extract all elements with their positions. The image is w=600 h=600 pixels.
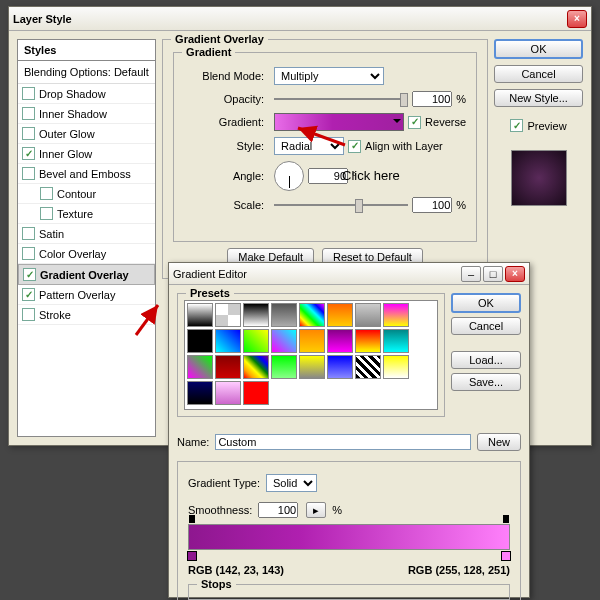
preset-swatch[interactable] bbox=[271, 355, 297, 379]
gradient-overlay-title: Gradient Overlay bbox=[171, 33, 268, 45]
preset-swatch[interactable] bbox=[327, 329, 353, 353]
style-item-inner-shadow[interactable]: ✓Inner Shadow bbox=[18, 104, 155, 124]
reverse-checkbox[interactable]: ✓ bbox=[408, 116, 421, 129]
rgb-left-annotation: RGB (142, 23, 143) bbox=[188, 564, 284, 576]
style-item-stroke[interactable]: ✓Stroke bbox=[18, 305, 155, 325]
preset-swatch[interactable] bbox=[383, 355, 409, 379]
preset-swatch[interactable] bbox=[187, 355, 213, 379]
ok-button[interactable]: OK bbox=[494, 39, 583, 59]
smoothness-value[interactable] bbox=[258, 502, 298, 518]
preset-swatch[interactable] bbox=[327, 355, 353, 379]
style-item-gradient-overlay[interactable]: ✓Gradient Overlay bbox=[18, 264, 155, 285]
preset-swatch[interactable] bbox=[243, 355, 269, 379]
blending-options[interactable]: Blending Options: Default bbox=[18, 61, 155, 84]
checkbox[interactable]: ✓ bbox=[22, 288, 35, 301]
opacity-stop[interactable] bbox=[189, 515, 195, 523]
style-item-outer-glow[interactable]: ✓Outer Glow bbox=[18, 124, 155, 144]
color-stop[interactable] bbox=[187, 551, 197, 561]
style-item-label: Inner Shadow bbox=[39, 108, 107, 120]
checkbox[interactable]: ✓ bbox=[23, 268, 36, 281]
style-item-color-overlay[interactable]: ✓Color Overlay bbox=[18, 244, 155, 264]
preview-checkbox[interactable]: ✓ bbox=[510, 119, 523, 132]
preset-swatch[interactable] bbox=[215, 303, 241, 327]
preset-swatch[interactable] bbox=[187, 381, 213, 405]
preset-swatch[interactable] bbox=[215, 329, 241, 353]
style-item-bevel-and-emboss[interactable]: ✓Bevel and Emboss bbox=[18, 164, 155, 184]
style-item-satin[interactable]: ✓Satin bbox=[18, 224, 155, 244]
align-checkbox[interactable]: ✓ bbox=[348, 140, 361, 153]
opacity-unit: % bbox=[456, 93, 466, 105]
style-select[interactable]: Radial bbox=[274, 137, 344, 155]
preset-swatch[interactable] bbox=[243, 303, 269, 327]
gradient-editor-titlebar[interactable]: Gradient Editor – □ × bbox=[169, 263, 529, 285]
preset-swatch[interactable] bbox=[355, 303, 381, 327]
gradient-type-select[interactable]: Solid bbox=[266, 474, 317, 492]
minimize-icon[interactable]: – bbox=[461, 266, 481, 282]
layer-style-titlebar[interactable]: Layer Style × bbox=[9, 7, 591, 31]
align-label: Align with Layer bbox=[365, 140, 443, 152]
opacity-slider[interactable] bbox=[274, 91, 408, 107]
preset-swatch[interactable] bbox=[299, 303, 325, 327]
preset-swatch[interactable] bbox=[327, 303, 353, 327]
preset-swatch[interactable] bbox=[383, 329, 409, 353]
checkbox[interactable]: ✓ bbox=[22, 87, 35, 100]
close-icon[interactable]: × bbox=[505, 266, 525, 282]
checkbox[interactable]: ✓ bbox=[22, 107, 35, 120]
ge-cancel-button[interactable]: Cancel bbox=[451, 317, 521, 335]
gradient-picker[interactable] bbox=[274, 113, 404, 131]
opacity-value[interactable] bbox=[412, 91, 452, 107]
preset-swatch[interactable] bbox=[299, 329, 325, 353]
blend-mode-select[interactable]: Multiply bbox=[274, 67, 384, 85]
gradient-bar[interactable] bbox=[188, 524, 510, 550]
gradient-label: Gradient: bbox=[184, 116, 264, 128]
preset-swatch[interactable] bbox=[187, 329, 213, 353]
preset-swatch[interactable] bbox=[243, 329, 269, 353]
checkbox[interactable]: ✓ bbox=[22, 227, 35, 240]
checkbox[interactable]: ✓ bbox=[22, 147, 35, 160]
style-item-texture[interactable]: ✓Texture bbox=[18, 204, 155, 224]
preset-swatch[interactable] bbox=[187, 303, 213, 327]
style-item-label: Stroke bbox=[39, 309, 71, 321]
cancel-button[interactable]: Cancel bbox=[494, 65, 583, 83]
ge-ok-button[interactable]: OK bbox=[451, 293, 521, 313]
scale-unit: % bbox=[456, 199, 466, 211]
new-style-button[interactable]: New Style... bbox=[494, 89, 583, 107]
checkbox[interactable]: ✓ bbox=[22, 247, 35, 260]
scale-value[interactable] bbox=[412, 197, 452, 213]
style-item-inner-glow[interactable]: ✓Inner Glow bbox=[18, 144, 155, 164]
preset-swatch[interactable] bbox=[271, 303, 297, 327]
style-item-label: Satin bbox=[39, 228, 64, 240]
style-label: Style: bbox=[184, 140, 264, 152]
checkbox[interactable]: ✓ bbox=[40, 207, 53, 220]
name-input[interactable] bbox=[215, 434, 471, 450]
checkbox[interactable]: ✓ bbox=[40, 187, 53, 200]
checkbox[interactable]: ✓ bbox=[22, 167, 35, 180]
color-stop[interactable] bbox=[501, 551, 511, 561]
preset-swatch[interactable] bbox=[215, 381, 241, 405]
preset-swatch[interactable] bbox=[355, 329, 381, 353]
preset-swatch[interactable] bbox=[355, 355, 381, 379]
click-here-annotation: Click here bbox=[342, 168, 400, 183]
opacity-stop[interactable] bbox=[503, 515, 509, 523]
new-gradient-button[interactable]: New bbox=[477, 433, 521, 451]
styles-header[interactable]: Styles bbox=[18, 40, 155, 61]
scale-slider[interactable] bbox=[274, 197, 408, 213]
preset-swatch[interactable] bbox=[383, 303, 409, 327]
maximize-icon[interactable]: □ bbox=[483, 266, 503, 282]
checkbox[interactable]: ✓ bbox=[22, 308, 35, 321]
preset-swatch[interactable] bbox=[215, 355, 241, 379]
checkbox[interactable]: ✓ bbox=[22, 127, 35, 140]
preset-swatch[interactable] bbox=[271, 329, 297, 353]
name-label: Name: bbox=[177, 436, 209, 448]
preset-swatch[interactable] bbox=[243, 381, 269, 405]
ge-load-button[interactable]: Load... bbox=[451, 351, 521, 369]
close-icon[interactable]: × bbox=[567, 10, 587, 28]
preset-swatch[interactable] bbox=[299, 355, 325, 379]
style-item-drop-shadow[interactable]: ✓Drop Shadow bbox=[18, 84, 155, 104]
ge-save-button[interactable]: Save... bbox=[451, 373, 521, 391]
chevron-right-icon[interactable]: ▸ bbox=[306, 502, 326, 518]
angle-dial[interactable] bbox=[274, 161, 304, 191]
style-item-contour[interactable]: ✓Contour bbox=[18, 184, 155, 204]
style-item-pattern-overlay[interactable]: ✓Pattern Overlay bbox=[18, 285, 155, 305]
presets-grid bbox=[184, 300, 438, 410]
